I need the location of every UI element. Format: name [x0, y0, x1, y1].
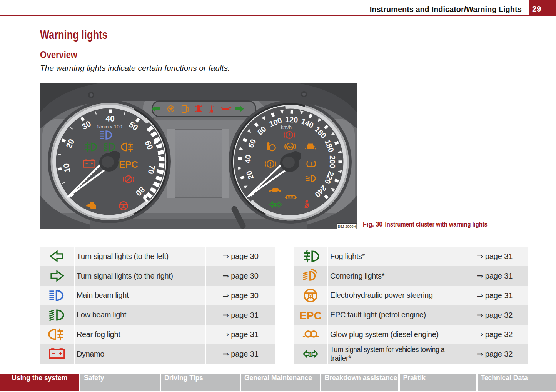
svg-text:EPC: EPC — [119, 159, 138, 170]
svg-text:1/min x 100: 1/min x 100 — [96, 124, 122, 130]
svg-text:B5J-2009H: B5J-2009H — [338, 224, 356, 229]
svg-text:40: 40 — [244, 155, 252, 164]
svg-text:70: 70 — [147, 164, 157, 175]
svg-text:km/h: km/h — [281, 124, 292, 130]
svg-text:200: 200 — [328, 155, 337, 168]
svg-text:120: 120 — [285, 115, 298, 124]
svg-text:10: 10 — [62, 163, 72, 173]
svg-text:EPC: EPC — [300, 309, 321, 322]
svg-text:40: 40 — [105, 114, 115, 123]
svg-text:ABS: ABS — [287, 145, 293, 148]
